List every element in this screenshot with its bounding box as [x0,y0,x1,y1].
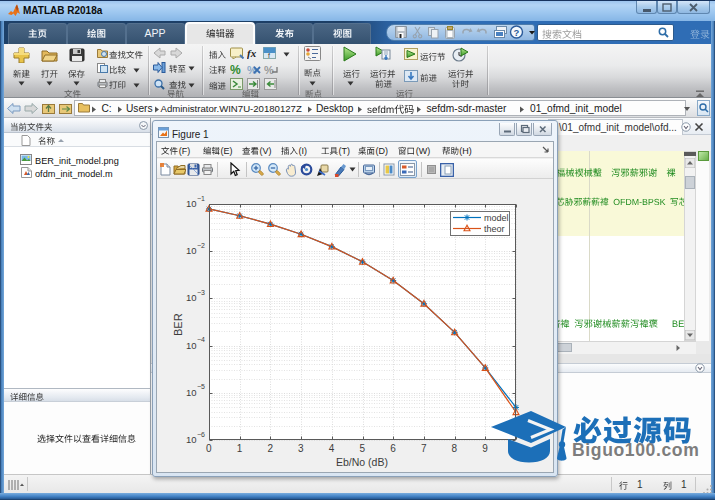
svg-text:%: % [230,63,241,75]
svg-text:%: % [264,64,274,75]
svg-text:?: ? [514,27,520,38]
svg-text:f: f [268,52,270,59]
svg-text:fx: fx [247,47,257,59]
